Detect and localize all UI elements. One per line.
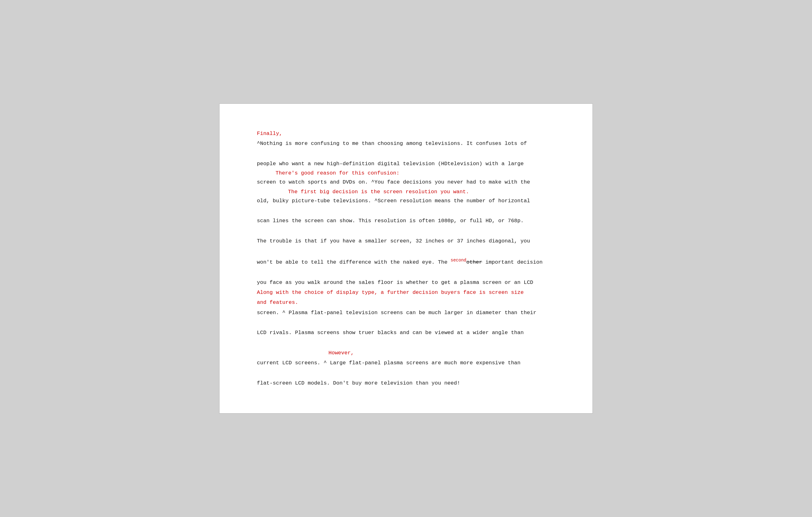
inserted-second: second (451, 258, 466, 263)
line5: scan lines the screen can show. This res… (257, 218, 524, 224)
line1: ^Nothing is more confusing to me than ch… (257, 140, 527, 146)
strikethrough-other: other (466, 259, 482, 265)
line9: screen. ^ Plasma flat-panel television s… (257, 310, 536, 316)
document-body: Finally, ^Nothing is more confusing to m… (257, 129, 555, 388)
line2: people who want a new high-definition di… (257, 161, 524, 167)
line12: flat-screen LCD models. Don't buy more t… (257, 380, 460, 386)
line6: The trouble is that if you have a smalle… (257, 238, 530, 244)
line10: LCD rivals. Plasma screens show truer bl… (257, 330, 524, 336)
document-page: Finally, ^Nothing is more confusing to m… (219, 104, 593, 413)
annotation-and-features: and features. (257, 299, 298, 305)
annotation-first-big: The first big decision is the screen res… (257, 188, 555, 196)
line8: you face as you walk around the sales fl… (257, 279, 533, 285)
line11: current LCD screens. ^ Large flat-panel … (257, 360, 521, 366)
annotation-good-reason: There's good reason for this confusion: (257, 169, 555, 177)
annotation-finally: Finally, (257, 131, 282, 136)
annotation-however: However, (257, 350, 354, 356)
line7: won't be able to tell the difference wit… (257, 259, 543, 265)
line11-with-annotation: However, current LCD screens. ^ Large fl… (257, 350, 521, 366)
line4: old, bulky picture-tube televisions. ^Sc… (257, 198, 530, 204)
line3: screen to watch sports and DVDs on. ^You… (257, 179, 530, 185)
annotation-along: Along with the choice of display type, a… (257, 290, 524, 295)
